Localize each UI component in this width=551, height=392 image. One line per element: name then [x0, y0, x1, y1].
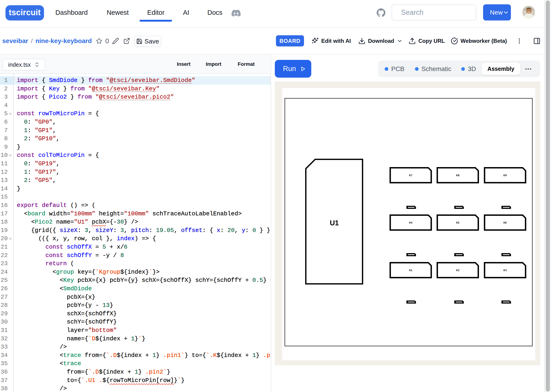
svg-text:K8: K8	[456, 174, 459, 177]
svg-text:K4: K4	[409, 221, 412, 224]
svg-text:K9: K9	[503, 174, 507, 177]
svg-text:K5: K5	[456, 221, 459, 224]
svg-text:K2: K2	[456, 269, 459, 272]
svg-text:K7: K7	[409, 174, 412, 177]
svg-text:K1: K1	[409, 269, 412, 272]
svg-text:K6: K6	[503, 221, 507, 224]
svg-text:K3: K3	[503, 269, 507, 272]
svg-text:U1: U1	[330, 219, 339, 227]
